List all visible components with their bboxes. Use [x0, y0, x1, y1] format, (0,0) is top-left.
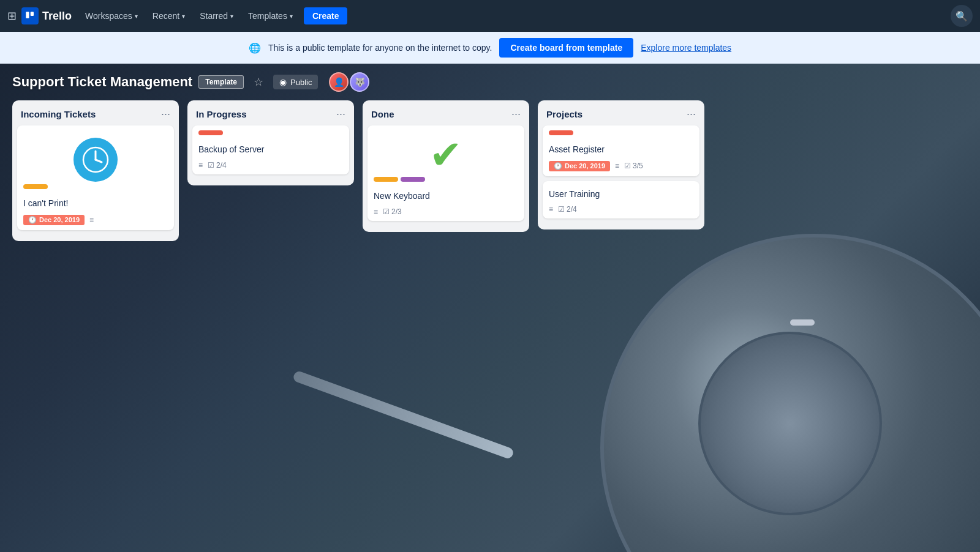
orange-label [23, 184, 48, 189]
lists-container: Incoming Tickets ··· I [0, 97, 980, 245]
list-title-projects: Projects ··· [543, 106, 699, 125]
template-badge[interactable]: Template [198, 75, 244, 89]
purple-label-keyboard [401, 177, 425, 182]
lines-icon-training: ≡ [549, 205, 553, 214]
trello-logo-box [21, 7, 39, 24]
due-date-badge-asset: 🕐 Dec 20, 2019 [549, 161, 610, 171]
navbar: ⊞ Trello Workspaces ▾ Recent ▾ Starred ▾… [0, 0, 980, 32]
card-title-training: User Training [549, 188, 693, 201]
card-footer-backup: ≡ ☑ 2/4 [198, 161, 343, 170]
create-button[interactable]: Create [304, 7, 348, 24]
card-title-icantprint: I can't Print! [23, 198, 168, 210]
search-button[interactable]: 🔍 [951, 5, 973, 27]
public-template-banner: 🌐 This is a public template for anyone o… [0, 32, 980, 64]
checkbox-icon-keyboard: ☑ [383, 207, 390, 216]
star-icon: ☆ [254, 76, 263, 88]
list-projects: Projects ··· Asset Register 🕐 Dec 20, 20… [538, 100, 704, 229]
svg-line-4 [96, 160, 102, 162]
list-title-text-incoming: Incoming Tickets [21, 109, 96, 119]
list-title-text-projects: Projects [546, 109, 582, 119]
checkmark-icon: ✔ [429, 135, 462, 174]
card-icantprint[interactable]: I can't Print! 🕐 Dec 20, 2019 ≡ [17, 125, 174, 230]
recent-menu[interactable]: Recent ▾ [146, 7, 191, 24]
orange-label-keyboard [374, 177, 398, 182]
workspaces-menu[interactable]: Workspaces ▾ [79, 7, 144, 24]
hd-arm-tip [790, 319, 815, 326]
list-menu-button-incoming[interactable]: ··· [161, 108, 170, 121]
card-title-keyboard: New Keyboard [374, 190, 518, 203]
avatar-2-img: 🐺 [355, 77, 365, 87]
list-menu-button-done[interactable]: ··· [511, 108, 521, 121]
banner-text: This is a public template for anyone on … [268, 43, 492, 53]
card-footer-icantprint: 🕐 Dec 20, 2019 ≡ [23, 215, 168, 225]
checklist-training: ☑ 2/4 [558, 205, 577, 214]
checkbox-icon-asset: ☑ [624, 162, 631, 170]
clock-icon [74, 138, 118, 182]
checkbox-icon-training: ☑ [558, 205, 565, 214]
grid-icon[interactable]: ⊞ [7, 9, 17, 23]
description-icon-icantprint: ≡ [89, 215, 94, 224]
card-title-backup: Backup of Server [198, 144, 343, 156]
card-label-row-asset [549, 130, 693, 140]
visibility-button[interactable]: ◉ Public [273, 75, 318, 89]
board-title: Support Ticket Management [12, 74, 192, 90]
list-title-incoming: Incoming Tickets ··· [17, 106, 174, 125]
list-title-inprogress: In Progress ··· [192, 106, 349, 125]
card-title-asset: Asset Register [549, 144, 693, 156]
avatar-2[interactable]: 🐺 [350, 72, 369, 92]
clock-icon-asset: 🕐 [554, 162, 562, 170]
card-footer-training: ≡ ☑ 2/4 [549, 205, 693, 214]
recent-chevron: ▾ [182, 13, 185, 20]
card-footer-asset: 🕐 Dec 20, 2019 ≡ ☑ 3/5 [549, 161, 693, 171]
lines-icon-asset: ≡ [615, 162, 619, 170]
list-title-text-inprogress: In Progress [196, 109, 247, 119]
avatar-1-img: 👤 [334, 77, 344, 87]
hd-platter-2 [698, 332, 882, 515]
checkbox-icon-backup: ☑ [208, 161, 214, 170]
list-menu-button-inprogress[interactable]: ··· [336, 108, 345, 121]
clock-svg [82, 146, 109, 173]
description-icon-training: ≡ [549, 205, 553, 214]
eye-icon: ◉ [279, 77, 287, 87]
card-newkeyboard[interactable]: ✔ New Keyboard ≡ ☑ 2/3 [368, 125, 524, 221]
lines-icon-backup: ≡ [198, 161, 203, 170]
due-date-badge-icantprint: 🕐 Dec 20, 2019 [23, 215, 85, 225]
card-label-row-keyboard [374, 177, 518, 187]
trello-logo-svg [24, 10, 36, 21]
svg-rect-0 [26, 12, 29, 18]
lines-icon: ≡ [89, 215, 94, 224]
card-label-row-1 [23, 184, 168, 194]
create-board-from-template-button[interactable]: Create board from template [499, 38, 633, 58]
red-label-backup [198, 130, 223, 135]
search-icon: 🔍 [956, 10, 968, 22]
list-in-progress: In Progress ··· Backup of Server ≡ ☑ 2/4 [187, 100, 354, 185]
starred-menu[interactable]: Starred ▾ [194, 7, 239, 24]
list-title-text-done: Done [371, 109, 394, 119]
description-icon-keyboard: ≡ [374, 207, 378, 216]
card-footer-keyboard: ≡ ☑ 2/3 [374, 207, 518, 216]
card-label-row-backup [198, 130, 343, 140]
list-incoming-tickets: Incoming Tickets ··· I [12, 100, 179, 241]
card-assetregister[interactable]: Asset Register 🕐 Dec 20, 2019 ≡ ☑ 3/5 [543, 125, 699, 176]
explore-more-templates-link[interactable]: Explore more templates [641, 43, 731, 53]
star-button[interactable]: ☆ [250, 74, 267, 90]
trello-wordmark: Trello [42, 10, 72, 23]
red-label-asset [549, 130, 573, 135]
card-backupofserver[interactable]: Backup of Server ≡ ☑ 2/4 [192, 125, 349, 174]
avatar-1[interactable]: 👤 [329, 72, 349, 92]
card-usertraining[interactable]: User Training ≡ ☑ 2/4 [543, 181, 699, 219]
starred-chevron: ▾ [230, 13, 233, 20]
checklist-backup: ☑ 2/4 [208, 161, 227, 170]
svg-rect-1 [31, 12, 34, 16]
templates-menu[interactable]: Templates ▾ [242, 7, 299, 24]
checkmark-area: ✔ [374, 130, 518, 177]
templates-chevron: ▾ [290, 13, 293, 20]
board-header: Support Ticket Management Template ☆ ◉ P… [0, 64, 980, 97]
list-title-done: Done ··· [368, 106, 524, 125]
globe-icon: 🌐 [249, 42, 261, 54]
checklist-asset: ☑ 3/5 [624, 162, 643, 170]
description-icon-backup: ≡ [198, 161, 203, 170]
list-menu-button-projects[interactable]: ··· [687, 108, 696, 121]
workspaces-chevron: ▾ [135, 13, 138, 20]
nav-logo[interactable]: Trello [21, 7, 72, 24]
